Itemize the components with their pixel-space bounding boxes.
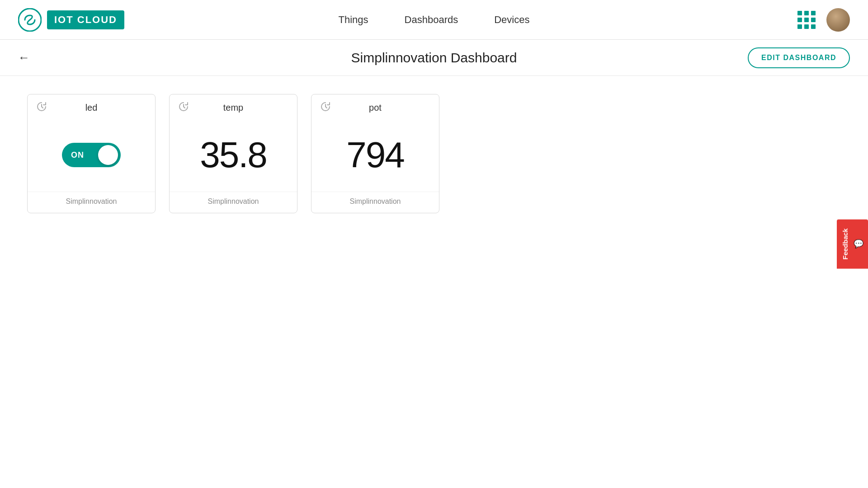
widget-temp-title: temp <box>223 103 243 113</box>
dashboard-title: Simplinnovation Dashboard <box>351 50 517 66</box>
feedback-icon: 💬 <box>854 239 863 249</box>
widget-led-title: led <box>85 103 98 113</box>
logo-area: IOT CLOUD <box>18 8 124 32</box>
back-button[interactable]: ← <box>18 51 30 65</box>
widget-pot-title: pot <box>369 103 382 113</box>
widget-temp-footer: Simplinnovation <box>170 192 297 213</box>
widget-led: led ON Simplinnovation <box>27 94 156 213</box>
nav-devices[interactable]: Devices <box>494 14 529 26</box>
temp-value: 35.8 <box>200 134 267 176</box>
feedback-label: Feedback <box>841 228 849 259</box>
toggle-on-label: ON <box>71 150 84 160</box>
history-icon-pot[interactable] <box>321 102 330 114</box>
nav-things[interactable]: Things <box>339 14 368 26</box>
widgets-row: led ON Simplinnovation t <box>27 94 841 213</box>
subheader: ← Simplinnovation Dashboard EDIT DASHBOA… <box>0 40 868 76</box>
widget-pot: pot 794 Simplinnovation <box>311 94 439 213</box>
history-icon-temp[interactable] <box>179 102 189 114</box>
main-header: IOT CLOUD Things Dashboards Devices <box>0 0 868 40</box>
pot-value: 794 <box>346 134 404 176</box>
iot-cloud-badge: IOT CLOUD <box>47 10 124 29</box>
widget-led-footer: Simplinnovation <box>28 192 155 213</box>
user-avatar[interactable] <box>826 8 850 32</box>
arduino-logo-icon <box>18 8 42 32</box>
nav-dashboards[interactable]: Dashboards <box>405 14 458 26</box>
edit-dashboard-button[interactable]: EDIT DASHBOARD <box>748 47 850 68</box>
widget-led-body: ON <box>28 118 155 192</box>
led-toggle[interactable]: ON <box>62 143 121 167</box>
widget-temp-header: temp <box>170 94 297 118</box>
widget-pot-body: 794 <box>311 118 439 192</box>
history-icon-led[interactable] <box>37 102 47 114</box>
widget-pot-footer: Simplinnovation <box>311 192 439 213</box>
main-nav: Things Dashboards Devices <box>339 14 530 26</box>
widget-led-header: led <box>28 94 155 118</box>
header-actions <box>797 8 850 32</box>
widget-temp: temp 35.8 Simplinnovation <box>169 94 297 213</box>
feedback-tab[interactable]: Feedback 💬 <box>837 219 868 268</box>
toggle-knob <box>98 145 118 165</box>
widget-temp-body: 35.8 <box>170 118 297 192</box>
main-content: led ON Simplinnovation t <box>0 76 868 231</box>
widget-pot-header: pot <box>311 94 439 118</box>
apps-grid-icon[interactable] <box>797 11 816 29</box>
